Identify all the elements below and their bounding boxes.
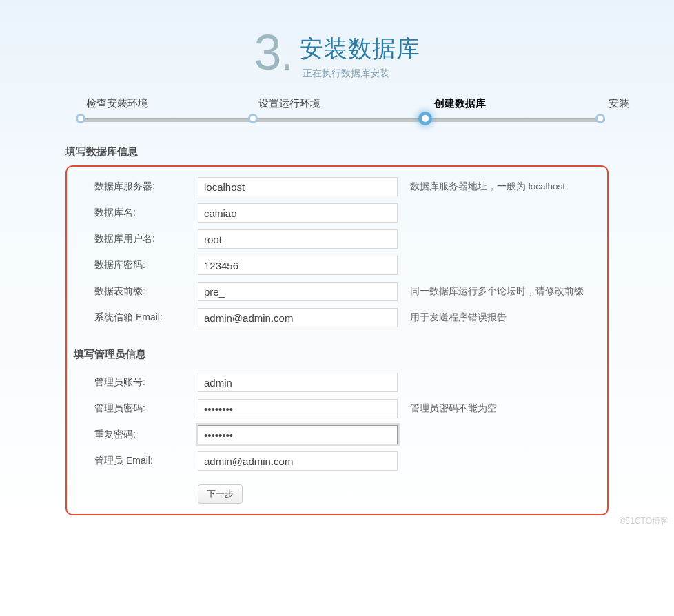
label-admin-password: 管理员密码:	[67, 402, 198, 415]
input-db-prefix[interactable]	[198, 282, 398, 301]
next-button[interactable]: 下一步	[198, 484, 243, 504]
form-box: 数据库服务器: 数据库服务器地址，一般为 localhost 数据库名: 数据库…	[65, 165, 609, 515]
progress-dot-icon	[76, 114, 85, 123]
label-admin-password2: 重复密码:	[67, 429, 198, 441]
section-db-title: 填写数据库信息	[65, 145, 609, 158]
installer-page: 3. 安装数据库 正在执行数据库安装 检查安装环境 设置运行环境 创建数据库	[0, 0, 674, 529]
watermark: ©51CTO博客	[620, 515, 668, 527]
section-admin-title: 填写管理员信息	[74, 348, 607, 361]
progress-label: 安装	[609, 97, 629, 110]
input-db-name[interactable]	[198, 203, 398, 223]
tip-db-prefix: 同一数据库运行多个论坛时，请修改前缀	[398, 285, 584, 298]
progress-label: 设置运行环境	[258, 97, 320, 110]
page-title: 安装数据库	[300, 33, 420, 65]
label-admin-email: 管理员 Email:	[67, 455, 198, 467]
progress-dot-icon	[595, 114, 605, 123]
step-number: 3.	[254, 28, 292, 77]
input-db-server[interactable]	[198, 177, 398, 196]
page-subtitle: 正在执行数据库安装	[300, 65, 420, 80]
label-db-user: 数据库用户名:	[67, 233, 198, 245]
label-db-email: 系统信箱 Email:	[67, 311, 198, 324]
progress-label: 检查安装环境	[86, 97, 148, 110]
label-db-password: 数据库密码:	[67, 259, 198, 271]
label-db-prefix: 数据表前缀:	[67, 285, 198, 298]
tip-db-email: 用于发送程序错误报告	[398, 311, 507, 324]
input-admin-password2[interactable]	[198, 425, 398, 444]
input-admin-account[interactable]	[198, 373, 398, 392]
progress-label: 创建数据库	[434, 97, 486, 110]
input-db-email[interactable]	[198, 308, 398, 327]
input-admin-email[interactable]	[198, 451, 398, 471]
header: 3. 安装数据库 正在执行数据库安装	[0, 28, 674, 80]
content: 填写数据库信息 数据库服务器: 数据库服务器地址，一般为 localhost 数…	[0, 145, 674, 515]
progress-dot-icon	[248, 114, 258, 123]
progress-track	[83, 118, 605, 122]
tip-db-server: 数据库服务器地址，一般为 localhost	[398, 181, 565, 193]
input-db-user[interactable]	[198, 229, 398, 249]
label-db-server: 数据库服务器:	[67, 181, 198, 193]
label-db-name: 数据库名:	[67, 207, 198, 219]
progress-bar: 检查安装环境 设置运行环境 创建数据库 安装	[7, 97, 667, 125]
tip-admin-password: 管理员密码不能为空	[398, 402, 497, 415]
label-admin-account: 管理员账号:	[67, 376, 198, 389]
input-db-password[interactable]	[198, 256, 398, 275]
input-admin-password[interactable]	[198, 399, 398, 418]
progress-dot-icon	[418, 112, 432, 125]
